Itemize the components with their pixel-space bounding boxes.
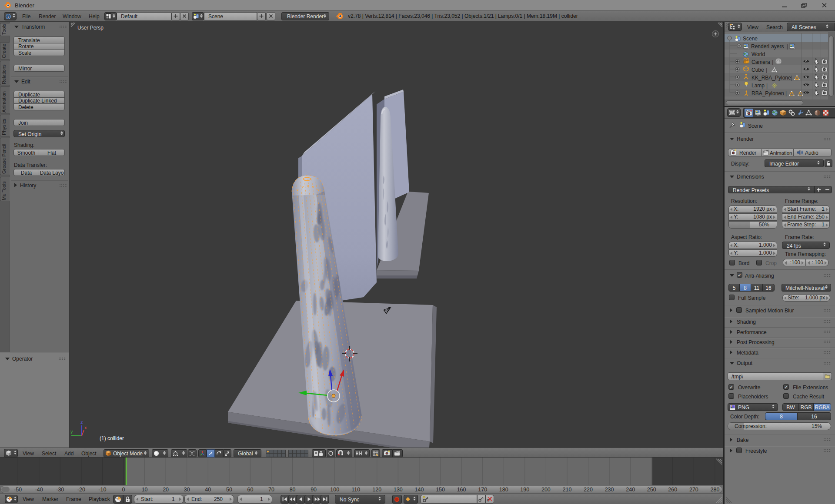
svg-text:20: 20 [163, 487, 169, 493]
svg-text:210: 210 [563, 487, 572, 493]
svg-text:130: 130 [394, 487, 403, 493]
svg-text:40: 40 [205, 487, 211, 493]
svg-text:-10: -10 [98, 487, 106, 493]
svg-text:80: 80 [290, 487, 296, 493]
svg-text:-50: -50 [14, 487, 22, 493]
svg-text:200: 200 [541, 487, 551, 493]
svg-text:0: 0 [122, 487, 125, 493]
svg-text:y: y [70, 429, 73, 434]
svg-text:-40: -40 [35, 487, 43, 493]
svg-text:220: 220 [584, 487, 593, 493]
svg-text:150: 150 [436, 487, 445, 493]
svg-text:x: x [84, 425, 87, 430]
svg-text:110: 110 [351, 487, 360, 493]
svg-text:70: 70 [268, 487, 274, 493]
svg-text:160: 160 [457, 487, 466, 493]
svg-text:230: 230 [605, 487, 614, 493]
svg-text:270: 270 [689, 487, 698, 493]
svg-text:-30: -30 [56, 487, 64, 493]
svg-text:240: 240 [626, 487, 635, 493]
svg-text:180: 180 [499, 487, 508, 493]
svg-text:10: 10 [142, 487, 148, 493]
svg-text:100: 100 [330, 487, 339, 493]
svg-text:90: 90 [311, 487, 317, 493]
svg-text:190: 190 [520, 487, 529, 493]
svg-text:260: 260 [668, 487, 677, 493]
svg-text:z: z [80, 419, 83, 424]
svg-text:60: 60 [247, 487, 253, 493]
svg-text:170: 170 [478, 487, 487, 493]
svg-text:250: 250 [647, 487, 656, 493]
svg-text:50: 50 [226, 487, 232, 493]
svg-text:140: 140 [415, 487, 424, 493]
svg-text:30: 30 [184, 487, 190, 493]
svg-text:120: 120 [372, 487, 381, 493]
svg-text:-20: -20 [77, 487, 85, 493]
svg-text:280: 280 [711, 487, 720, 493]
